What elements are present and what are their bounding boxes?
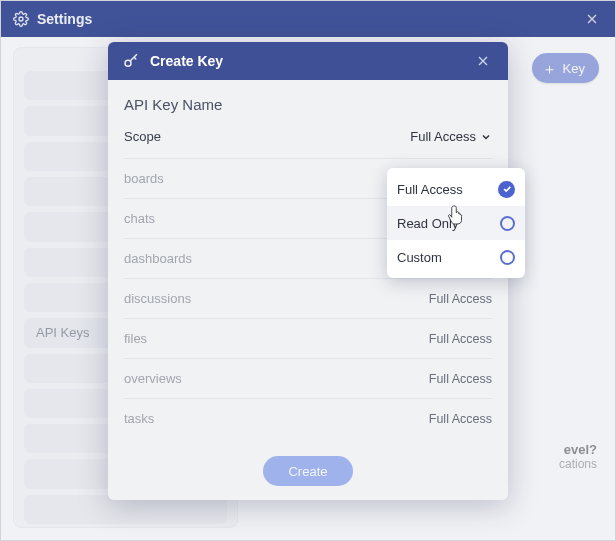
permission-name: overviews (124, 371, 182, 386)
modal-title: Create Key (150, 53, 223, 69)
permission-name: chats (124, 211, 155, 226)
permission-value: Full Access (429, 332, 492, 346)
svg-point-1 (125, 60, 131, 66)
settings-titlebar: Settings (1, 1, 615, 37)
radio-empty-icon (500, 216, 515, 231)
create-button-label: Create (288, 464, 327, 479)
permission-value: Full Access (429, 372, 492, 386)
scope-select[interactable]: Full Access (410, 129, 492, 144)
permission-value: Full Access (429, 292, 492, 306)
permission-name: tasks (124, 411, 154, 426)
settings-title: Settings (37, 11, 92, 27)
scope-value: Full Access (410, 129, 476, 144)
settings-close-button[interactable] (581, 8, 603, 30)
svg-point-0 (19, 17, 23, 21)
permission-row: tasks Full Access (124, 398, 492, 438)
create-button[interactable]: Create (263, 456, 353, 486)
api-key-name-label: API Key Name (124, 96, 492, 113)
scope-option-custom[interactable]: Custom (387, 240, 525, 274)
scope-row: Scope Full Access (124, 129, 492, 144)
scope-option-read-only[interactable]: Read Only (387, 206, 525, 240)
modal-close-button[interactable] (472, 50, 494, 72)
scope-option-label: Full Access (397, 182, 463, 197)
permission-name: files (124, 331, 147, 346)
modal-header: Create Key (108, 42, 508, 80)
gear-icon (13, 11, 29, 27)
permission-name: boards (124, 171, 164, 186)
scope-option-label: Custom (397, 250, 442, 265)
scope-label: Scope (124, 129, 161, 144)
permission-row: files Full Access (124, 318, 492, 358)
scope-popover: Full Access Read Only Custom (387, 168, 525, 278)
permission-name: dashboards (124, 251, 192, 266)
scope-option-full-access[interactable]: Full Access (387, 172, 525, 206)
permission-value: Full Access (429, 412, 492, 426)
scope-option-label: Read Only (397, 216, 458, 231)
permission-row: discussions Full Access (124, 278, 492, 318)
permission-row: overviews Full Access (124, 358, 492, 398)
key-icon (122, 52, 140, 70)
radio-empty-icon (500, 250, 515, 265)
chevron-down-icon (480, 131, 492, 143)
radio-checked-icon (498, 181, 515, 198)
permission-name: discussions (124, 291, 191, 306)
